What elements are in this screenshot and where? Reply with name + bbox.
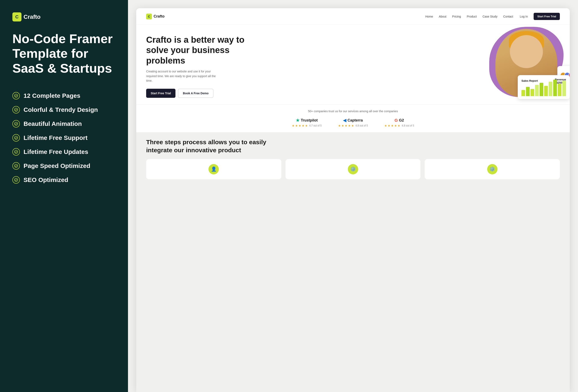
check-icon (12, 176, 20, 184)
svg-point-4 (14, 150, 18, 154)
features-list: 12 Complete Pages Colorful & Trendy Desi… (12, 92, 116, 184)
trust-rating: 4.8 out of 5 (402, 124, 414, 127)
bottom-title: Three steps process allows you to easily… (146, 138, 270, 154)
start-free-trial-button[interactable]: Start Free Trial (146, 89, 176, 98)
main-headline: No-Code Framer Template for SaaS & Start… (12, 31, 116, 76)
nav-links: HomeAboutPricingProductCase StudyContact (425, 15, 513, 18)
svg-point-5 (14, 164, 18, 168)
feature-item: Beautiful Animation (12, 120, 116, 128)
hero-visual: 120+ Customers View All Reviews → Sales … (471, 25, 570, 103)
hero-section: Crafto is a better way to solve your bus… (136, 25, 570, 104)
chart-bar (544, 86, 548, 96)
feature-item: Page Speed Optimized (12, 162, 116, 170)
nav-brand: C Crafto (146, 14, 165, 19)
feature-text: 12 Complete Pages (24, 92, 80, 99)
trust-logo-name: ★ Trustpilot (296, 118, 318, 123)
step-icon: ⚙️ (487, 164, 497, 174)
trust-headline: 50+ companies trust us for our services … (146, 110, 560, 113)
trust-logo-item: ◀ Capterra ★★★★★ 4.8 out of 5 (338, 118, 368, 127)
trust-rating: 4.7 out of 5 (309, 124, 322, 127)
trust-section: 50+ companies trust us for our services … (136, 104, 570, 132)
chart-bar (549, 82, 552, 96)
step-card: 👤 (146, 159, 281, 179)
feature-text: Beautiful Animation (24, 120, 82, 127)
chart-bar (558, 84, 562, 96)
check-icon (12, 92, 20, 99)
nav-login[interactable]: Log In (520, 15, 528, 18)
feature-text: Lifetime Free Updates (24, 148, 88, 155)
bottom-section: Three steps process allows you to easily… (136, 132, 570, 392)
feature-item: 12 Complete Pages (12, 92, 116, 99)
chart-bar (522, 90, 525, 96)
nav-link[interactable]: Case Study (482, 15, 497, 18)
chart-bar (526, 87, 530, 96)
feature-item: SEO Optimized (12, 176, 116, 184)
person-face (510, 35, 543, 68)
sales-chart (522, 86, 566, 96)
feature-text: Page Speed Optimized (24, 162, 90, 169)
check-icon (12, 106, 20, 113)
trust-stars: ★★★★★ 4.8 out of 5 (384, 124, 414, 127)
chart-bar (540, 83, 543, 96)
svg-point-1 (14, 108, 18, 111)
feature-item: Lifetime Free Support (12, 134, 116, 141)
left-panel: C Crafto No-Code Framer Template for Saa… (0, 0, 128, 392)
nav-link[interactable]: Home (425, 15, 433, 18)
hero-subtitle: Creating account to our website and use … (146, 69, 220, 83)
trust-stars: ★★★★★ 4.8 out of 5 (338, 124, 368, 127)
right-panel: C Crafto HomeAboutPricingProductCase Stu… (128, 0, 578, 392)
chart-bar (530, 89, 534, 96)
site-nav: C Crafto HomeAboutPricingProductCase Stu… (136, 8, 570, 25)
svg-point-3 (14, 136, 18, 139)
brand-logo: C Crafto (12, 12, 116, 21)
trust-logos: ★ Trustpilot ★★★★★ 4.7 out of 5 ◀ Capter… (146, 118, 560, 127)
nav-link[interactable]: Pricing (452, 15, 461, 18)
chart-bar (553, 80, 557, 96)
nav-link[interactable]: Contact (503, 15, 513, 18)
nav-link[interactable]: Product (467, 15, 477, 18)
step-icon: ⚙️ (348, 164, 358, 174)
svg-point-6 (14, 178, 18, 181)
trust-rating: 4.8 out of 5 (355, 124, 368, 127)
feature-text: Colorful & Trendy Design (24, 106, 98, 113)
trust-logo-item: G G2 ★★★★★ 4.8 out of 5 (384, 118, 414, 127)
chart-bar (535, 85, 539, 96)
check-icon (12, 162, 20, 170)
nav-logo-icon: C (146, 14, 152, 19)
website-preview: C Crafto HomeAboutPricingProductCase Stu… (136, 8, 570, 392)
brand-name: Crafto (24, 14, 41, 20)
feature-item: Colorful & Trendy Design (12, 106, 116, 113)
nav-brand-name: Crafto (154, 14, 165, 19)
steps-row: 👤 ⚙️ ⚙️ (146, 159, 560, 179)
book-demo-button[interactable]: Book A Free Demo (178, 89, 213, 98)
trust-logo-name: G G2 (394, 118, 404, 123)
step-card: ⚙️ (286, 159, 421, 179)
svg-point-2 (14, 122, 18, 126)
check-icon (12, 120, 20, 128)
nav-cta-button[interactable]: Start Free Trial (534, 13, 560, 20)
hero-buttons: Start Free Trial Book A Free Demo (146, 89, 245, 98)
svg-point-0 (14, 94, 18, 97)
feature-text: SEO Optimized (24, 176, 68, 183)
feature-item: Lifetime Free Updates (12, 148, 116, 156)
sales-title: Sales Report (522, 79, 538, 82)
check-icon (12, 134, 20, 141)
nav-link[interactable]: About (439, 15, 446, 18)
hero-title: Crafto is a better way to solve your bus… (146, 35, 245, 66)
chart-bar (562, 81, 566, 96)
trust-logo-name: ◀ Capterra (343, 118, 363, 123)
feature-text: Lifetime Free Support (24, 134, 88, 141)
step-icon: 👤 (208, 164, 219, 174)
logo-icon: C (12, 12, 21, 21)
trust-stars: ★★★★★ 4.7 out of 5 (292, 124, 322, 127)
sales-card: Sales Report Revenue$2500.1 (518, 75, 570, 99)
trust-logo-item: ★ Trustpilot ★★★★★ 4.7 out of 5 (292, 118, 322, 127)
check-icon (12, 148, 20, 156)
step-card: ⚙️ (425, 159, 560, 179)
hero-content: Crafto is a better way to solve your bus… (146, 35, 245, 98)
